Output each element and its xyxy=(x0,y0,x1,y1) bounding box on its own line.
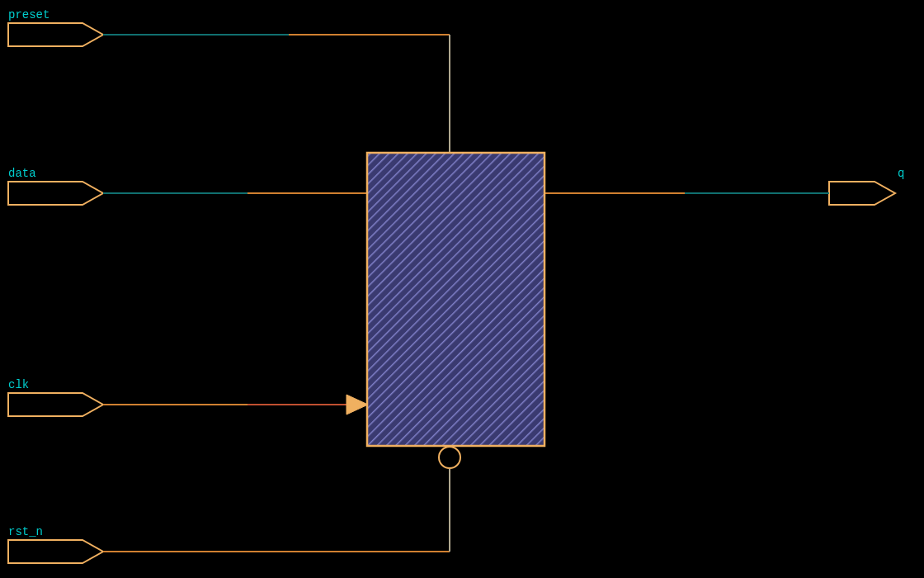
dff-block[interactable] xyxy=(367,153,544,446)
schematic-canvas[interactable]: preset data clk rst_n q xyxy=(0,0,924,578)
port-label-rst-n: rst_n xyxy=(8,525,43,538)
input-port-data[interactable] xyxy=(8,182,103,205)
port-label-clk: clk xyxy=(8,378,29,391)
inversion-bubble-icon xyxy=(439,447,460,468)
port-label-q: q xyxy=(898,167,904,180)
input-port-preset[interactable] xyxy=(8,23,103,46)
clock-edge-icon xyxy=(346,395,368,415)
input-port-clk[interactable] xyxy=(8,393,103,416)
port-label-preset: preset xyxy=(8,8,50,21)
input-port-rst-n[interactable] xyxy=(8,540,103,563)
output-port-q[interactable] xyxy=(829,182,895,205)
port-label-data: data xyxy=(8,167,36,180)
